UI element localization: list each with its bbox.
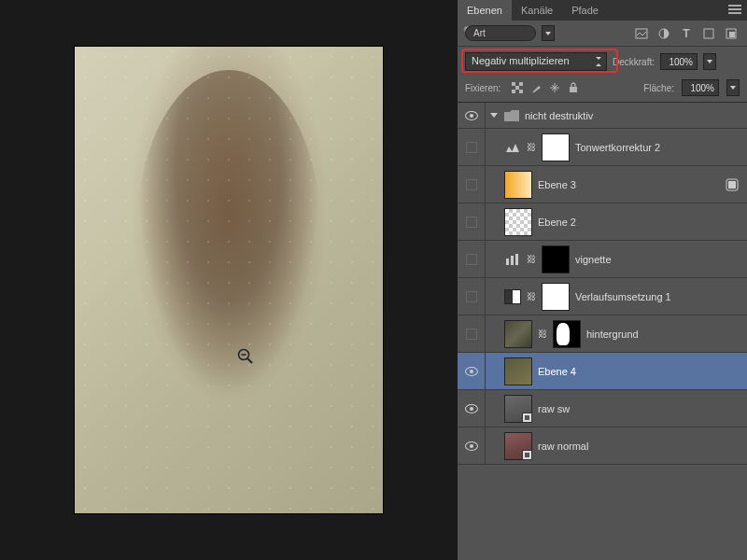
layer-name[interactable]: Ebene 4: [538, 366, 576, 377]
tab-paths[interactable]: Pfade: [562, 0, 608, 21]
link-icon[interactable]: ⛓: [527, 291, 536, 301]
filter-dropdown-icon[interactable]: [542, 25, 555, 41]
layer-mask-thumb[interactable]: [542, 283, 570, 311]
link-icon[interactable]: ⛓: [527, 254, 536, 264]
lock-position-icon[interactable]: [547, 81, 562, 94]
fill-dropdown-icon[interactable]: [726, 79, 740, 96]
layers-list: nicht destruktiv ⛓ Tonwertkorrektur 2 Eb…: [458, 103, 747, 558]
fill-label: Fläche:: [643, 83, 674, 93]
lock-transparent-icon[interactable]: [510, 81, 525, 94]
layer-thumb[interactable]: [504, 432, 532, 460]
opacity-label: Deckkraft:: [613, 57, 655, 67]
layer-name[interactable]: Ebene 2: [538, 217, 576, 228]
filter-adjust-icon[interactable]: [655, 26, 672, 41]
svg-rect-10: [729, 32, 735, 37]
layer-row-rawnormal[interactable]: raw normal: [458, 427, 747, 465]
layer-name[interactable]: hintergrund: [586, 329, 639, 340]
layer-mask-thumb[interactable]: [553, 320, 581, 348]
svg-rect-8: [704, 29, 713, 38]
layer-row-tonwertkorrektur[interactable]: ⛓ Tonwertkorrektur 2: [458, 129, 747, 166]
panel-tabs: Ebenen Kanäle Pfade: [458, 0, 747, 21]
layer-row-ebene4[interactable]: Ebene 4: [458, 353, 747, 390]
svg-rect-21: [511, 256, 514, 265]
layer-row-verlaufsumsetzung[interactable]: ⛓ Verlaufsumsetzung 1: [458, 278, 747, 315]
eye-icon: [465, 111, 478, 120]
tab-channels[interactable]: Kanäle: [512, 0, 562, 21]
levels-adjust-icon: [504, 140, 521, 155]
visibility-toggle[interactable]: [458, 166, 486, 203]
group-name: nicht destruktiv: [525, 110, 593, 121]
layer-thumb[interactable]: [504, 395, 532, 423]
fill-input[interactable]: [682, 79, 719, 96]
layer-thumb[interactable]: [504, 357, 532, 385]
hidden-icon: [466, 329, 477, 340]
eye-icon: [465, 367, 478, 376]
blend-mode-value: Negativ multiplizieren: [472, 55, 570, 66]
layer-name[interactable]: raw normal: [538, 441, 588, 452]
layer-row-ebene3[interactable]: Ebene 3: [458, 166, 747, 203]
visibility-toggle[interactable]: [458, 427, 486, 464]
eye-icon: [465, 441, 478, 451]
visibility-toggle[interactable]: [458, 129, 486, 165]
svg-rect-16: [519, 90, 523, 93]
lock-pixels-icon[interactable]: [529, 81, 543, 94]
layer-row-vignette[interactable]: ⛓ vignette: [458, 241, 747, 278]
link-icon[interactable]: ⛓: [538, 329, 547, 339]
layer-name[interactable]: Ebene 3: [538, 179, 576, 190]
hidden-icon: [466, 291, 477, 302]
folder-icon: [504, 110, 519, 121]
layer-name[interactable]: Tonwertkorrektur 2: [575, 142, 660, 153]
tab-layers[interactable]: Ebenen: [458, 0, 512, 21]
layer-fx-icon[interactable]: [725, 177, 740, 192]
visibility-toggle[interactable]: [458, 241, 486, 277]
visibility-toggle[interactable]: [458, 390, 486, 427]
blend-mode-select[interactable]: Negativ multiplizieren: [465, 52, 607, 71]
svg-rect-12: [512, 82, 515, 86]
opacity-input[interactable]: [660, 53, 698, 70]
layer-name[interactable]: vignette: [575, 254, 612, 265]
layer-name[interactable]: raw sw: [538, 403, 570, 414]
layer-thumb[interactable]: [504, 208, 532, 236]
eye-icon: [465, 404, 478, 413]
blend-row: Negativ multiplizieren Deckkraft:: [458, 47, 747, 77]
filter-type-icon[interactable]: T: [678, 26, 695, 41]
hidden-icon: [466, 142, 477, 153]
visibility-toggle[interactable]: [458, 315, 486, 352]
filter-shape-icon[interactable]: [700, 26, 717, 41]
lock-row: Fixieren: Fläche:: [458, 77, 747, 103]
lock-all-icon[interactable]: [566, 81, 581, 94]
svg-rect-17: [570, 87, 577, 92]
layer-thumb[interactable]: [504, 320, 532, 348]
gradmap-icon: [504, 289, 521, 304]
svg-rect-22: [515, 254, 518, 265]
link-icon[interactable]: ⛓: [527, 142, 536, 152]
smart-object-badge-icon: [522, 413, 532, 423]
filter-row: T: [458, 21, 747, 47]
filter-pixel-icon[interactable]: [633, 26, 650, 41]
svg-rect-14: [515, 86, 519, 90]
visibility-toggle[interactable]: [458, 353, 486, 389]
visibility-toggle[interactable]: [458, 203, 486, 240]
canvas-area[interactable]: [0, 0, 458, 560]
layer-row-hintergrund[interactable]: ⛓ hintergrund: [458, 315, 747, 353]
disclosure-icon[interactable]: [489, 111, 499, 120]
layer-mask-thumb[interactable]: [542, 133, 570, 161]
layer-filter-input[interactable]: [465, 25, 536, 41]
layer-row-rawsw[interactable]: raw sw: [458, 390, 747, 427]
panel-menu-icon[interactable]: [723, 5, 747, 16]
layer-mask-thumb[interactable]: [542, 245, 570, 273]
layer-row-ebene2[interactable]: Ebene 2: [458, 203, 747, 241]
layer-group-row[interactable]: nicht destruktiv: [458, 103, 747, 129]
svg-rect-15: [512, 90, 515, 93]
svg-rect-13: [519, 82, 523, 86]
layer-name[interactable]: Verlaufsumsetzung 1: [575, 291, 671, 302]
filter-smart-icon[interactable]: [723, 26, 740, 41]
canvas-document[interactable]: [75, 47, 383, 513]
smart-object-badge-icon: [522, 450, 532, 460]
visibility-toggle[interactable]: [458, 278, 486, 315]
layer-thumb[interactable]: [504, 171, 532, 199]
layers-panel: Ebenen Kanäle Pfade T Negativ multiplizi…: [458, 0, 747, 560]
opacity-dropdown-icon[interactable]: [703, 53, 716, 70]
visibility-toggle[interactable]: [458, 103, 486, 128]
hidden-icon: [466, 254, 477, 265]
